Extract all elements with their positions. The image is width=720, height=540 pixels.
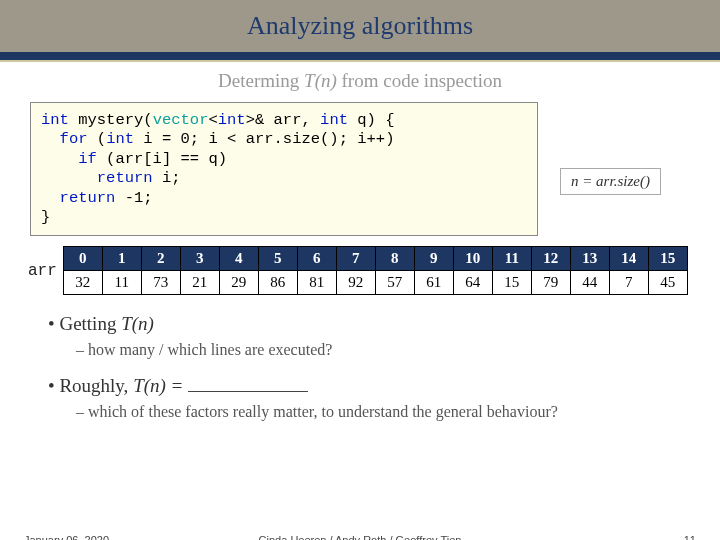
code-snippet: int mystery(vector<int>& arr, int q) { f… xyxy=(30,102,538,236)
kw-if: if xyxy=(41,150,97,168)
code-text: i; xyxy=(153,169,181,187)
formula-text: n = arr.size() xyxy=(571,173,650,189)
value-cell: 92 xyxy=(336,271,375,295)
subtitle-pre: Determing xyxy=(218,70,304,91)
value-cell: 11 xyxy=(102,271,141,295)
index-cell: 15 xyxy=(648,247,687,271)
type-vector: vector xyxy=(153,111,209,129)
index-cell: 3 xyxy=(180,247,219,271)
slide-title: Analyzing algorithms xyxy=(247,11,473,41)
index-cell: 8 xyxy=(375,247,414,271)
tn-math: T(n) xyxy=(121,313,154,334)
value-cell: 81 xyxy=(297,271,336,295)
index-cell: 12 xyxy=(531,247,570,271)
code-text: q) { xyxy=(348,111,395,129)
bullet-roughly: Roughly, T(n) = xyxy=(48,375,720,397)
index-cell: 5 xyxy=(258,247,297,271)
kw-return: return xyxy=(41,189,115,207)
kw-int: int xyxy=(218,111,246,129)
value-cell: 32 xyxy=(63,271,102,295)
formula-n-equals: n = arr.size() xyxy=(560,168,661,195)
code-text: -1; xyxy=(115,189,152,207)
index-row: 0123456789101112131415 xyxy=(63,247,687,271)
kw-int: int xyxy=(106,130,134,148)
kw-return: return xyxy=(41,169,153,187)
tn-math: T(n) = xyxy=(133,375,188,396)
code-text: ( xyxy=(88,130,107,148)
index-cell: 6 xyxy=(297,247,336,271)
subtitle-post: from code inspection xyxy=(337,70,502,91)
subtitle-tn: T(n) xyxy=(304,70,337,91)
bullet-list: Getting T(n) how many / which lines are … xyxy=(48,313,720,421)
code-text: < xyxy=(208,111,217,129)
index-cell: 13 xyxy=(570,247,609,271)
subbullet-lines-executed: how many / which lines are executed? xyxy=(76,341,720,359)
value-row: 3211732129868192576164157944745 xyxy=(63,271,687,295)
value-cell: 57 xyxy=(375,271,414,295)
value-cell: 15 xyxy=(492,271,531,295)
kw-int: int xyxy=(41,111,69,129)
index-cell: 11 xyxy=(492,247,531,271)
value-cell: 21 xyxy=(180,271,219,295)
header-accent-bar xyxy=(0,52,720,62)
code-text: i = 0; i < arr.size(); i++) xyxy=(134,130,394,148)
index-cell: 0 xyxy=(63,247,102,271)
index-cell: 9 xyxy=(414,247,453,271)
bullet-text: Roughly, xyxy=(59,375,133,396)
footer-credits: Cinda Heeren / Andy Roth / Geoffrey Tien xyxy=(0,534,720,540)
code-text: >& arr, xyxy=(246,111,320,129)
array-table: 0123456789101112131415 32117321298681925… xyxy=(63,246,688,295)
value-cell: 61 xyxy=(414,271,453,295)
bullet-text: Getting xyxy=(59,313,121,334)
slide-header: Analyzing algorithms xyxy=(0,0,720,52)
kw-int: int xyxy=(320,111,348,129)
value-cell: 79 xyxy=(531,271,570,295)
code-text: (arr[i] == q) xyxy=(97,150,227,168)
footer-page-number: 11 xyxy=(684,534,696,540)
value-cell: 7 xyxy=(609,271,648,295)
value-cell: 73 xyxy=(141,271,180,295)
array-visual: arr 0123456789101112131415 3211732129868… xyxy=(28,246,720,295)
slide-subtitle: Determing T(n) from code inspection xyxy=(0,70,720,92)
index-cell: 10 xyxy=(453,247,492,271)
index-cell: 1 xyxy=(102,247,141,271)
value-cell: 86 xyxy=(258,271,297,295)
index-cell: 4 xyxy=(219,247,258,271)
index-cell: 7 xyxy=(336,247,375,271)
bullet-getting-tn: Getting T(n) xyxy=(48,313,720,335)
value-cell: 29 xyxy=(219,271,258,295)
value-cell: 64 xyxy=(453,271,492,295)
value-cell: 45 xyxy=(648,271,687,295)
subbullet-factors-matter: which of these factors really matter, to… xyxy=(76,403,720,421)
code-text: mystery( xyxy=(69,111,153,129)
value-cell: 44 xyxy=(570,271,609,295)
code-text: } xyxy=(41,208,50,226)
index-cell: 2 xyxy=(141,247,180,271)
array-label: arr xyxy=(28,262,57,280)
index-cell: 14 xyxy=(609,247,648,271)
kw-for: for xyxy=(41,130,88,148)
blank-line xyxy=(188,375,308,392)
